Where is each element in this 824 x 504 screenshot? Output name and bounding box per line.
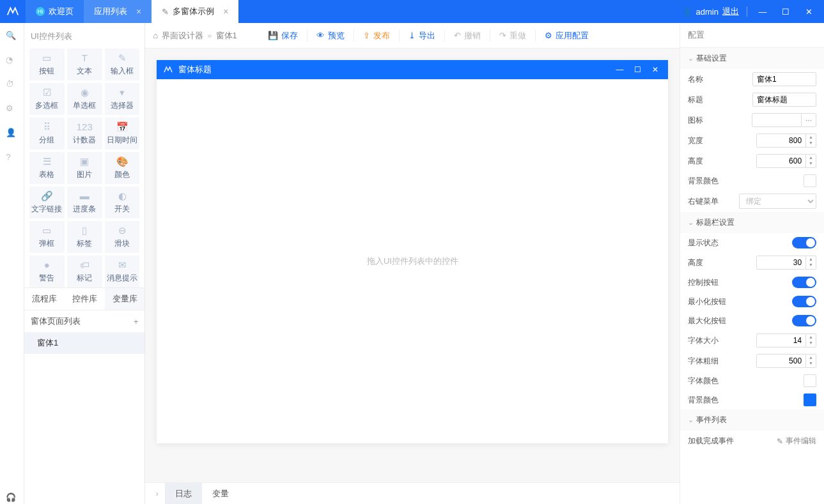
widget-icon: 🔗 bbox=[41, 191, 53, 201]
chevron-right-icon[interactable]: › bbox=[149, 489, 164, 498]
user-info[interactable]: 👤 admin 退出 bbox=[682, 6, 739, 17]
widget-item[interactable]: ▭按钮 bbox=[29, 49, 65, 80]
widget-item[interactable]: ▣图片 bbox=[67, 152, 102, 184]
libtab-widget[interactable]: 控件库 bbox=[65, 288, 105, 310]
tab-app-list[interactable]: 应用列表 × bbox=[84, 0, 152, 23]
title-input[interactable] bbox=[752, 93, 816, 107]
widget-item[interactable]: 🏷标记 bbox=[67, 256, 102, 287]
fontcolor-swatch[interactable] bbox=[804, 374, 816, 387]
logout-link[interactable]: 退出 bbox=[722, 6, 739, 17]
rail-settings-icon[interactable]: ⚙ bbox=[6, 103, 17, 115]
widget-item[interactable]: ⊖滑块 bbox=[105, 221, 140, 253]
bgcolor-swatch[interactable] bbox=[804, 174, 816, 187]
widget-icon: ☰ bbox=[43, 157, 51, 167]
widget-item[interactable]: ✉消息提示 bbox=[105, 256, 140, 287]
canvas[interactable]: 窗体标题 — ☐ ✕ 拖入UI控件列表中的控件 › 日志 变量 bbox=[145, 49, 680, 504]
libtab-flow[interactable]: 流程库 bbox=[24, 288, 65, 310]
pencil-icon: ✎ bbox=[777, 437, 783, 446]
section-events[interactable]: 事件列表 bbox=[680, 409, 824, 431]
libtab-variable[interactable]: 变量库 bbox=[105, 288, 145, 310]
icon-input[interactable] bbox=[752, 113, 802, 127]
widget-item[interactable]: ●警告 bbox=[29, 256, 65, 287]
window-maximize[interactable]: ☐ bbox=[778, 7, 793, 17]
widget-label: 分组 bbox=[39, 135, 54, 146]
add-form-button[interactable]: + bbox=[134, 317, 139, 326]
widget-icon: ▬ bbox=[80, 191, 89, 201]
rail-search-icon[interactable]: 🔍 bbox=[6, 31, 17, 42]
app-config-button[interactable]: ⚙应用配置 bbox=[536, 23, 598, 49]
win-close-icon[interactable]: ✕ bbox=[649, 65, 662, 74]
widget-label: 计数器 bbox=[73, 135, 96, 146]
gear-icon: ⚙ bbox=[545, 31, 552, 40]
minbtn-toggle[interactable] bbox=[792, 296, 816, 307]
widget-icon: ✉ bbox=[118, 260, 127, 270]
widget-icon: ✎ bbox=[118, 53, 127, 63]
widget-item[interactable]: T文本 bbox=[67, 49, 102, 80]
widget-icon: T bbox=[82, 53, 88, 63]
window-minimize[interactable]: — bbox=[755, 7, 770, 17]
widget-item[interactable]: ☰表格 bbox=[29, 152, 65, 184]
ctrlbtn-toggle[interactable] bbox=[792, 277, 816, 288]
height-input[interactable] bbox=[756, 154, 806, 168]
icon-picker-button[interactable]: ··· bbox=[802, 113, 816, 127]
tab-log[interactable]: 日志 bbox=[165, 483, 202, 505]
rail-headset-icon[interactable]: 🎧 bbox=[6, 493, 17, 504]
design-window[interactable]: 窗体标题 — ☐ ✕ 拖入UI控件列表中的控件 bbox=[157, 60, 668, 443]
event-edit-button[interactable]: ✎事件编辑 bbox=[777, 436, 816, 447]
tab-welcome[interactable]: Hi 欢迎页 bbox=[26, 0, 84, 23]
edit-icon: ✎ bbox=[162, 7, 169, 17]
widget-item[interactable]: 📅日期时间 bbox=[105, 118, 140, 149]
tab-multi-window[interactable]: ✎ 多窗体示例 × bbox=[152, 0, 238, 23]
close-icon[interactable]: × bbox=[136, 6, 141, 17]
widget-icon: ▭ bbox=[42, 53, 51, 63]
left-panel: UI控件列表 ▭按钮T文本✎输入框☑多选框◉单选框▾选择器⠿分组123计数器📅日… bbox=[24, 23, 146, 504]
win-minimize-icon[interactable]: — bbox=[613, 65, 626, 74]
tb-bgcolor-swatch[interactable] bbox=[804, 393, 816, 406]
close-icon[interactable]: × bbox=[223, 6, 228, 17]
widget-item[interactable]: ⠿分组 bbox=[29, 118, 65, 149]
redo-button[interactable]: ↷重做 bbox=[490, 23, 535, 49]
widget-label: 文本 bbox=[77, 66, 92, 77]
rail-timer-icon[interactable]: ⏱ bbox=[6, 79, 17, 91]
widget-item[interactable]: ▾选择器 bbox=[105, 83, 140, 115]
rail-help-icon[interactable]: ? bbox=[6, 152, 17, 164]
widget-item[interactable]: 123计数器 bbox=[67, 118, 102, 149]
fontweight-input[interactable] bbox=[756, 354, 806, 368]
name-input[interactable] bbox=[752, 72, 816, 86]
widget-icon: ⠿ bbox=[43, 122, 51, 132]
widget-item[interactable]: 🔗文字链接 bbox=[29, 187, 65, 218]
export-button[interactable]: ⤓导出 bbox=[400, 23, 444, 49]
drop-zone[interactable]: 拖入UI控件列表中的控件 bbox=[157, 79, 668, 443]
undo-button[interactable]: ↶撤销 bbox=[445, 23, 490, 49]
tab-variable[interactable]: 变量 bbox=[202, 483, 239, 505]
section-titlebar[interactable]: 标题栏设置 bbox=[680, 212, 824, 233]
widget-icon: ⊖ bbox=[118, 225, 127, 236]
win-maximize-icon[interactable]: ☐ bbox=[631, 65, 644, 74]
maxbtn-toggle[interactable] bbox=[792, 315, 816, 326]
widget-item[interactable]: ◉单选框 bbox=[67, 83, 102, 115]
section-basic[interactable]: 基础设置 bbox=[680, 48, 824, 69]
fontsize-input[interactable] bbox=[756, 333, 806, 347]
form-item[interactable]: 窗体1 bbox=[24, 332, 145, 354]
widget-item[interactable]: ▭弹框 bbox=[29, 221, 65, 253]
rail-chart-icon[interactable]: ◔ bbox=[6, 55, 17, 66]
widget-item[interactable]: 🎨颜色 bbox=[105, 152, 140, 184]
width-input[interactable] bbox=[756, 134, 806, 148]
widget-item[interactable]: ✎输入框 bbox=[105, 49, 140, 80]
contextmenu-select[interactable]: 绑定 bbox=[739, 194, 816, 209]
save-button[interactable]: 💾保存 bbox=[259, 23, 307, 49]
widget-item[interactable]: ◐开关 bbox=[105, 187, 140, 218]
publish-button[interactable]: ⇧发布 bbox=[354, 23, 399, 49]
widget-item[interactable]: ☑多选框 bbox=[29, 83, 65, 115]
rail-user-icon[interactable]: 👤 bbox=[6, 128, 17, 139]
app-logo bbox=[0, 4, 26, 19]
widget-item[interactable]: ▬进度条 bbox=[67, 187, 102, 218]
preview-button[interactable]: 👁预览 bbox=[307, 23, 354, 49]
eye-icon: 👁 bbox=[316, 31, 325, 40]
widget-label: 单选框 bbox=[73, 100, 96, 111]
window-close[interactable]: ✕ bbox=[801, 7, 816, 17]
widget-icon: 📅 bbox=[116, 122, 128, 132]
widget-item[interactable]: ▯标签 bbox=[67, 221, 102, 253]
show-toggle[interactable] bbox=[792, 237, 816, 248]
tb-height-input[interactable] bbox=[756, 256, 806, 270]
